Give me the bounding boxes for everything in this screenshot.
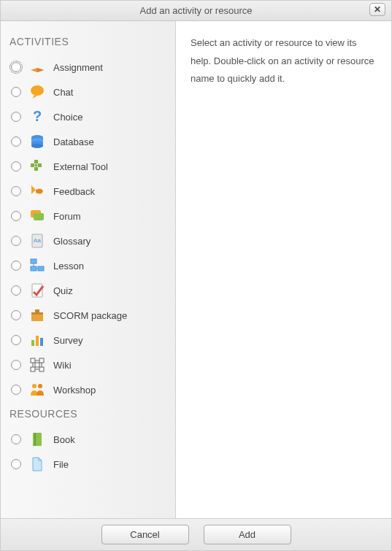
- activity-glossary[interactable]: Aa Glossary: [9, 228, 169, 253]
- activity-assignment[interactable]: Assignment: [9, 55, 169, 80]
- svg-rect-25: [39, 358, 44, 363]
- svg-point-30: [38, 384, 42, 388]
- svg-rect-31: [33, 433, 42, 446]
- svg-rect-21: [31, 340, 34, 346]
- file-icon: [28, 455, 46, 473]
- help-panel: Select an activity or resource to view i…: [176, 21, 391, 518]
- item-label: Feedback: [53, 186, 95, 197]
- external-tool-icon: [28, 158, 46, 175]
- help-text: Select an activity or resource to view i…: [191, 37, 374, 84]
- activity-database[interactable]: Database: [9, 129, 169, 154]
- add-activity-dialog: Add an activity or resource ✕ ACTIVITIES…: [0, 0, 392, 551]
- svg-rect-16: [38, 266, 44, 271]
- item-label: Workshop: [53, 385, 96, 396]
- radio-external-tool[interactable]: [11, 161, 21, 172]
- forum-icon: [28, 207, 46, 225]
- radio-assignment[interactable]: [11, 62, 21, 72]
- add-button[interactable]: Add: [204, 525, 291, 544]
- radio-forum[interactable]: [11, 211, 21, 221]
- svg-text:?: ?: [33, 108, 42, 124]
- resource-file[interactable]: File: [9, 452, 169, 477]
- radio-wiki[interactable]: [11, 360, 21, 370]
- svg-text:Aa: Aa: [34, 237, 41, 244]
- choice-icon: ?: [28, 108, 46, 126]
- activity-wiki[interactable]: Wiki: [9, 352, 169, 377]
- left-panel[interactable]: ACTIVITIES Assignment Chat ?: [1, 21, 176, 518]
- radio-workshop[interactable]: [11, 385, 21, 395]
- radio-quiz[interactable]: [11, 285, 21, 296]
- resource-book[interactable]: Book: [9, 427, 169, 452]
- feedback-icon: [28, 182, 46, 200]
- activity-lesson[interactable]: Lesson: [9, 253, 169, 278]
- activities-header: ACTIVITIES: [9, 36, 169, 47]
- radio-scorm[interactable]: [11, 310, 21, 320]
- svg-rect-23: [40, 338, 43, 346]
- item-label: Assignment: [53, 62, 103, 73]
- svg-rect-11: [34, 213, 44, 220]
- item-label: Database: [53, 136, 94, 147]
- radio-survey[interactable]: [11, 335, 21, 345]
- item-label: Chat: [53, 87, 73, 98]
- activity-scorm[interactable]: SCORM package: [9, 303, 169, 328]
- activity-external-tool[interactable]: External Tool: [9, 154, 169, 179]
- assignment-icon: [28, 58, 46, 76]
- svg-point-9: [35, 164, 38, 167]
- item-label: Book: [53, 434, 75, 445]
- radio-choice[interactable]: [11, 112, 21, 122]
- svg-rect-28: [35, 363, 39, 367]
- dialog-title: Add an activity or resource: [140, 5, 253, 16]
- svg-rect-20: [35, 309, 39, 312]
- scorm-icon: [28, 307, 46, 324]
- item-label: Forum: [53, 211, 81, 222]
- svg-rect-26: [31, 367, 35, 371]
- activity-survey[interactable]: Survey: [9, 328, 169, 352]
- svg-rect-15: [31, 266, 36, 271]
- svg-point-0: [31, 85, 44, 96]
- activity-forum[interactable]: Forum: [9, 204, 169, 228]
- chat-icon: [28, 83, 46, 101]
- svg-rect-24: [31, 358, 35, 363]
- activity-chat[interactable]: Chat: [9, 80, 169, 104]
- cancel-button[interactable]: Cancel: [101, 525, 189, 544]
- item-label: File: [53, 459, 69, 470]
- activity-choice[interactable]: ? Choice: [9, 104, 169, 129]
- radio-file[interactable]: [11, 459, 21, 469]
- item-label: Glossary: [53, 236, 91, 247]
- activity-workshop[interactable]: Workshop: [9, 377, 169, 402]
- item-label: Survey: [53, 335, 82, 346]
- glossary-icon: Aa: [28, 232, 46, 250]
- dialog-footer: Cancel Add: [1, 518, 391, 550]
- item-label: Lesson: [53, 261, 84, 271]
- radio-lesson[interactable]: [11, 261, 21, 271]
- close-button[interactable]: ✕: [369, 3, 385, 16]
- radio-feedback[interactable]: [11, 186, 21, 196]
- svg-rect-14: [31, 259, 36, 263]
- activity-feedback[interactable]: Feedback: [9, 179, 169, 204]
- svg-point-29: [32, 384, 36, 388]
- lesson-icon: [28, 257, 46, 274]
- radio-chat[interactable]: [11, 87, 21, 97]
- resources-header: RESOURCES: [9, 408, 169, 420]
- item-label: SCORM package: [53, 310, 127, 321]
- radio-book[interactable]: [11, 434, 21, 444]
- svg-rect-22: [36, 336, 39, 346]
- activity-quiz[interactable]: Quiz: [9, 278, 169, 303]
- quiz-icon: [28, 282, 46, 299]
- svg-rect-19: [31, 312, 43, 315]
- radio-database[interactable]: [11, 136, 21, 147]
- svg-rect-32: [34, 433, 36, 446]
- item-label: Choice: [53, 112, 82, 123]
- svg-point-8: [31, 144, 43, 148]
- database-icon: [28, 133, 46, 150]
- title-bar: Add an activity or resource ✕: [1, 1, 391, 21]
- workshop-icon: [28, 381, 46, 398]
- item-label: Quiz: [53, 285, 73, 296]
- radio-glossary[interactable]: [11, 236, 21, 246]
- item-label: Wiki: [53, 360, 72, 371]
- book-icon: [28, 431, 46, 448]
- wiki-icon: [28, 356, 46, 374]
- survey-icon: [28, 331, 46, 349]
- svg-rect-27: [39, 367, 44, 371]
- item-label: External Tool: [53, 161, 108, 172]
- dialog-content: ACTIVITIES Assignment Chat ?: [1, 21, 391, 518]
